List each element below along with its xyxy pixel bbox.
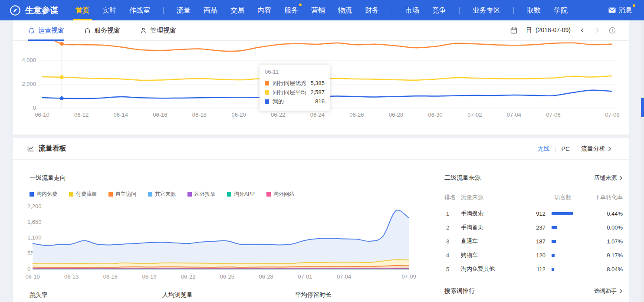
legend-item[interactable]: 淘外APP (227, 190, 255, 198)
series-color-swatch (266, 192, 271, 197)
svg-text:06-18: 06-18 (192, 112, 207, 118)
envelope-icon (608, 7, 616, 13)
visitor-trend-chart[interactable]: 02,0004,00006-1006-1206-1406-1606-1806-2… (13, 41, 629, 135)
next-date-button[interactable] (594, 27, 600, 33)
source-bar (545, 240, 583, 243)
search-keywords-title: 搜索词排行 (444, 287, 475, 295)
svg-text:2,200: 2,200 (27, 203, 42, 210)
brand[interactable]: 生意参谋 (10, 5, 58, 16)
tab-pc[interactable]: PC (562, 145, 570, 152)
page-scrollbar[interactable] (641, 20, 644, 302)
nav-item-product[interactable]: 商品 (204, 0, 217, 20)
svg-text:06-10: 06-10 (25, 273, 39, 280)
traffic-stats-row: 跳失率59.72%人均浏览量5.01平均停留时长17.48秒 (24, 291, 433, 302)
tooltip-series-value: 5,385 (310, 79, 325, 88)
series-color-swatch (69, 192, 73, 197)
svg-text:06-28: 06-28 (259, 273, 273, 280)
tab-service-view[interactable]: 服务视窗 (84, 20, 120, 41)
nav-item-service[interactable]: 服务 (284, 0, 298, 20)
svg-text:06-12: 06-12 (74, 112, 89, 118)
source-bar (545, 254, 583, 257)
column-header: 排名 (444, 194, 461, 201)
nav-item-war-room[interactable]: 作战室 (129, 0, 150, 20)
table-row[interactable]: 1手淘搜索9120.44% (444, 207, 623, 220)
board-title: 流量看板 (39, 144, 66, 153)
svg-text:07-04: 07-04 (507, 112, 521, 118)
table-row[interactable]: 3直通车1871.07% (444, 234, 623, 248)
prev-date-button[interactable] (579, 27, 585, 33)
nav-item-traffic[interactable]: 流量 (177, 0, 191, 20)
traffic-analysis-label: 流量分析 (581, 145, 605, 153)
legend-label: 站外投放 (194, 190, 215, 198)
nav-item-market[interactable]: 市场 (405, 0, 419, 20)
keyword-assistant-label: 选词助手 (594, 287, 617, 295)
source-conversion: 8.04% (583, 266, 623, 272)
svg-text:0: 0 (33, 105, 36, 111)
svg-text:06-16: 06-16 (153, 112, 167, 118)
legend-item[interactable]: 淘内免费 (30, 190, 57, 198)
series-color-swatch (108, 192, 113, 197)
notification-dot (633, 4, 635, 7)
nav-item-home[interactable]: 首页 (76, 0, 89, 20)
calendar-icon[interactable] (510, 27, 517, 34)
stat-label: 人均浏览量 (162, 291, 295, 299)
svg-text:1,650: 1,650 (27, 219, 42, 225)
secondary-traffic-panel: 二级流量来源 店铺来源 排名流量来源访客数下单转化率 1手淘搜索9120.44%… (433, 160, 629, 302)
traffic-board-card: 流量看板 无线|PC 流量分析 一级流量走向 淘内免费付费流量自主访问其它来源站… (13, 138, 629, 302)
table-row[interactable]: 2手淘首页2370.00% (444, 220, 623, 234)
tooltip-row: 同行同层平均2,587 (265, 88, 325, 97)
tooltip-series-label: 同行同层优秀 (273, 79, 306, 88)
source-bar (545, 268, 583, 271)
series-color-swatch (148, 192, 152, 197)
date-picker[interactable]: 日 (2018-07-09) (526, 26, 571, 34)
legend-label: 其它来源 (155, 190, 176, 198)
tooltip-series-value: 2,587 (310, 88, 325, 97)
line-chart-icon (27, 145, 34, 152)
tab-label: 运营视窗 (38, 26, 64, 35)
nav-item-academy[interactable]: 学院 (554, 0, 568, 20)
column-header: 流量来源 (461, 194, 518, 201)
legend-label: 淘内免费 (36, 190, 57, 198)
stat-avg-pageviews: 人均浏览量5.01 (162, 291, 295, 302)
svg-text:07-04: 07-04 (337, 273, 351, 280)
nav-item-competition[interactable]: 竞争 (432, 0, 446, 20)
svg-text:06-13: 06-13 (64, 273, 79, 280)
top-nav: 生意参谋 首页实时作战室流量商品交易内容服务营销物流财务市场竞争业务专区取数学院… (0, 0, 644, 20)
legend-item[interactable]: 其它来源 (148, 190, 176, 198)
nav-item-data-extract[interactable]: 取数 (527, 0, 541, 20)
nav-item-realtime[interactable]: 实时 (102, 0, 116, 20)
tab-management-view[interactable]: 管理视窗 (140, 20, 176, 41)
stat-label: 平均停留时长 (295, 291, 428, 299)
primary-traffic-area-chart[interactable]: 05501,1001,6502,20006-1006-1306-1606-190… (24, 200, 433, 287)
source-conversion: 0.00% (583, 224, 623, 231)
nav-item-logistics[interactable]: 物流 (338, 0, 352, 20)
view-tabbar: 运营视窗服务视窗管理视窗 日 (2018-07-09) (13, 20, 629, 41)
nav-item-finance[interactable]: 财务 (365, 0, 379, 20)
legend-item[interactable]: 自主访问 (108, 190, 136, 198)
stat-avg-stay-duration: 平均停留时长17.48秒 (295, 291, 428, 302)
info-icon[interactable] (609, 27, 616, 34)
series-color-swatch (265, 81, 269, 85)
keyword-assistant-link[interactable]: 选词助手 (594, 287, 623, 295)
column-header: 下单转化率 (583, 194, 623, 201)
tab-operations-view[interactable]: 运营视窗 (28, 20, 64, 41)
nav-item-business-zone[interactable]: 业务专区 (473, 0, 500, 20)
nav-item-marketing[interactable]: 营销 (311, 0, 325, 20)
chevron-right-icon (608, 146, 611, 151)
tab-wireless[interactable]: 无线 (537, 145, 549, 153)
legend-item[interactable]: 淘外网站 (266, 190, 294, 198)
shop-source-link[interactable]: 店铺来源 (594, 174, 623, 182)
tooltip-row: 同行同层优秀5,385 (265, 79, 325, 88)
nav-message[interactable]: 消息 (608, 6, 635, 14)
nav-item-content[interactable]: 内容 (257, 0, 271, 20)
scrollbar-thumb[interactable] (641, 98, 644, 117)
traffic-analysis-link[interactable]: 流量分析 (581, 145, 611, 153)
svg-text:06-10: 06-10 (35, 112, 49, 118)
nav-item-trade[interactable]: 交易 (230, 0, 244, 20)
tooltip-date: 06-11 (265, 69, 325, 75)
table-row[interactable]: 4购物车1209.17% (444, 248, 623, 262)
legend-item[interactable]: 站外投放 (187, 190, 215, 198)
nav-menu: 首页实时作战室流量商品交易内容服务营销物流财务市场竞争业务专区取数学院 (76, 0, 568, 20)
legend-item[interactable]: 付费流量 (69, 190, 97, 198)
table-row[interactable]: 5淘内免费其他1128.04% (444, 262, 623, 276)
